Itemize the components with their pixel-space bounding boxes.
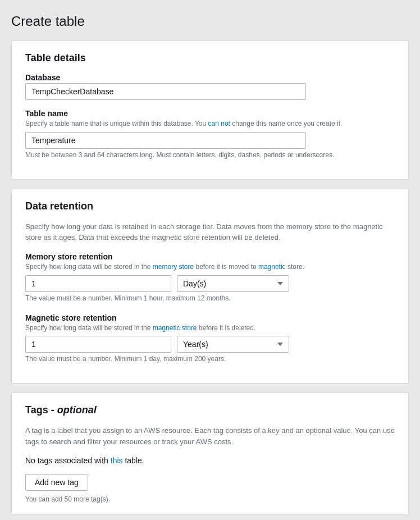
magnetic-desc-before: Specify how long data will be stored in … xyxy=(25,324,153,332)
table-name-hint: Must be between 3 and 64 characters long… xyxy=(25,151,395,159)
memory-desc-after: store. xyxy=(286,263,304,271)
memory-store-field-group: Memory store retention Specify how long … xyxy=(25,252,395,302)
table-name-input[interactable] xyxy=(25,132,306,149)
data-retention-title: Data retention xyxy=(25,200,395,212)
memory-store-hint: The value must be a number. Minimum 1 ho… xyxy=(25,294,395,302)
table-name-desc-after: change this name once you create it. xyxy=(230,120,342,127)
table-name-label: Table name xyxy=(25,109,395,118)
database-label: Database xyxy=(25,73,395,82)
magnetic-store-label: Magnetic store retention xyxy=(25,313,395,322)
tags-optional-text: - optional xyxy=(48,404,97,416)
table-name-description: Specify a table name that is unique with… xyxy=(25,119,395,129)
page-title: Create table xyxy=(11,13,409,29)
no-tags-link: this xyxy=(111,456,123,465)
magnetic-store-field-group: Magnetic store retention Specify how lon… xyxy=(25,313,395,363)
memory-store-label: Memory store retention xyxy=(25,252,395,261)
tags-title: Tags - optional xyxy=(25,404,395,416)
magnetic-store-hint: The value must be a number. Minimum 1 da… xyxy=(25,355,395,363)
no-tags-text: No tags associated with this table. xyxy=(25,456,395,465)
no-tags-after: table. xyxy=(123,456,144,465)
table-name-desc-link: can not xyxy=(208,120,230,127)
database-input[interactable] xyxy=(25,83,306,100)
memory-link1: memory store xyxy=(153,263,194,271)
no-tags-before: No tags associated with xyxy=(25,456,111,465)
table-name-field-group: Table name Specify a table name that is … xyxy=(25,109,395,159)
memory-store-unit-select[interactable]: Hour(s) Day(s) Month(s) xyxy=(177,275,289,292)
tags-section: Tags - optional A tag is a label that yo… xyxy=(11,393,409,515)
data-retention-section: Data retention Specify how long your dat… xyxy=(11,189,409,384)
magnetic-link: magnetic store xyxy=(153,324,197,332)
magnetic-store-inputs: Day(s) Month(s) Year(s) xyxy=(25,336,395,353)
tags-footer-text: You can add 50 more tag(s). xyxy=(25,495,395,503)
magnetic-desc-after: before it is deleted. xyxy=(197,324,256,332)
memory-desc-middle: before it is moved to xyxy=(194,263,258,271)
table-details-title: Table details xyxy=(25,52,395,64)
database-field-group: Database xyxy=(25,73,395,100)
table-name-desc-before: Specify a table name that is unique with… xyxy=(25,120,208,127)
memory-link2: magnetic xyxy=(258,263,286,271)
magnetic-store-value-input[interactable] xyxy=(25,336,171,353)
memory-store-description: Specify how long data will be stored in … xyxy=(25,262,395,272)
memory-desc-before: Specify how long data will be stored in … xyxy=(25,263,153,271)
magnetic-store-description: Specify how long data will be stored in … xyxy=(25,323,395,333)
table-details-section: Table details Database Table name Specif… xyxy=(11,40,409,180)
memory-store-value-input[interactable] xyxy=(25,275,171,292)
tags-description: A tag is a label that you assign to an A… xyxy=(25,425,395,447)
tags-title-text: Tags xyxy=(25,404,48,416)
add-new-tag-button[interactable]: Add new tag xyxy=(25,474,88,491)
page-container: Create table Table details Database Tabl… xyxy=(0,0,420,520)
magnetic-store-unit-select[interactable]: Day(s) Month(s) Year(s) xyxy=(177,336,289,353)
data-retention-description: Specify how long your data is retained i… xyxy=(25,221,395,243)
memory-store-inputs: Hour(s) Day(s) Month(s) xyxy=(25,275,395,292)
